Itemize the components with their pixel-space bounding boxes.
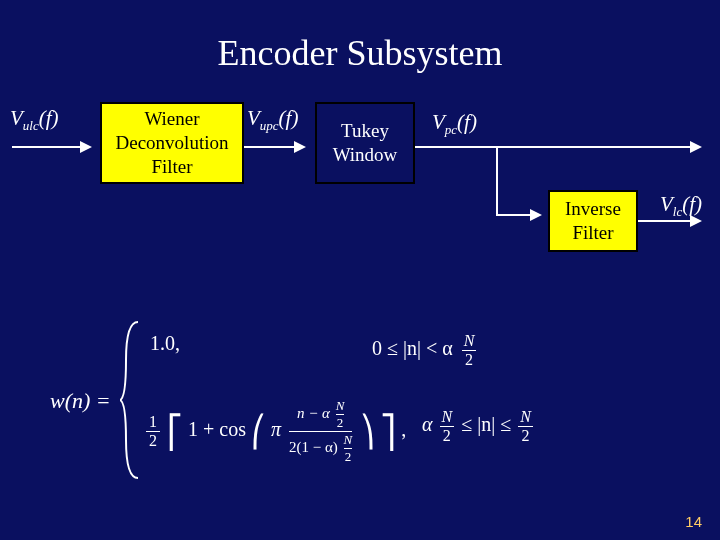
wiener-line1: Wiener <box>144 107 199 131</box>
arrow-into-tukey <box>244 146 304 148</box>
page-title: Encoder Subsystem <box>0 0 720 74</box>
block-tukey: Tukey Window <box>315 102 415 184</box>
wiener-line2: Deconvolution <box>116 131 229 155</box>
arrow-out-inverse <box>638 220 700 222</box>
signal-vupc-label: Vupc(f) <box>247 106 298 134</box>
tukey-line2: Window <box>333 143 398 167</box>
block-inverse: Inverse Filter <box>548 190 638 252</box>
page-number: 14 <box>685 513 702 530</box>
equation-tukey-window: w(n) = 1.0, 0 ≤ |n| < α N 2 1 2 ⎡ 1 + co… <box>50 320 690 490</box>
signal-vulc-label: Vulc(f) <box>10 106 59 134</box>
inverse-line1: Inverse <box>565 197 621 221</box>
eq-lhs: w(n) = <box>50 388 111 414</box>
arrow-into-wiener <box>12 146 90 148</box>
block-wiener: Wiener Deconvolution Filter <box>100 102 244 184</box>
tukey-line1: Tukey <box>341 119 389 143</box>
eq-case2-val: 1 2 ⎡ 1 + cos ⎛ π n − α N 2 2(1 − α) N <box>146 398 406 465</box>
brace-icon <box>120 320 142 480</box>
signal-vpc-label: Vpc(f) <box>432 110 477 138</box>
eq-case1-val: 1.0, <box>150 332 180 355</box>
arrow-after-tukey <box>415 146 700 148</box>
block-diagram: Vulc(f) Wiener Deconvolution Filter Vupc… <box>0 102 720 322</box>
wiener-line3: Filter <box>151 155 192 179</box>
arrow-into-inverse <box>496 214 540 216</box>
inverse-line2: Filter <box>572 221 613 245</box>
line-branch-down <box>496 146 498 216</box>
eq-case2-cond: α N 2 ≤ |n| ≤ N 2 <box>422 408 533 445</box>
eq-case1-cond-a: 0 ≤ |n| < α N 2 <box>372 332 476 369</box>
